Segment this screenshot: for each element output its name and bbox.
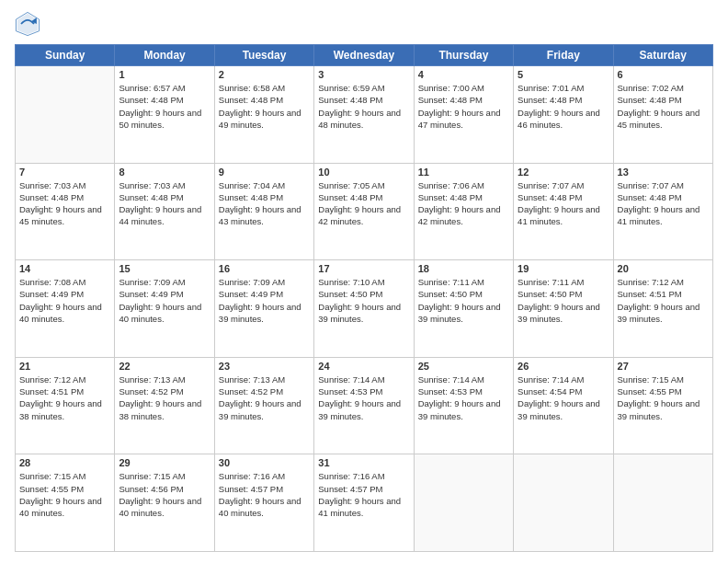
calendar-cell	[613, 454, 712, 552]
day-number: 16	[219, 263, 310, 274]
sunset-line: Sunset: 4:56 PM	[119, 483, 210, 495]
sunset-line: Sunset: 4:55 PM	[19, 483, 110, 495]
day-number: 14	[19, 263, 110, 274]
sunset-line: Sunset: 4:48 PM	[418, 94, 509, 106]
calendar-cell: 10 Sunrise: 7:05 AM Sunset: 4:48 PM Dayl…	[314, 163, 414, 260]
daylight-line: Daylight: 9 hours and 40 minutes.	[19, 301, 110, 326]
sunrise-line: Sunrise: 7:03 AM	[19, 179, 110, 191]
calendar-cell: 27 Sunrise: 7:15 AM Sunset: 4:55 PM Dayl…	[613, 357, 712, 454]
day-number: 5	[518, 69, 609, 80]
daylight-line: Daylight: 9 hours and 39 minutes.	[518, 397, 609, 422]
sunset-line: Sunset: 4:48 PM	[119, 191, 210, 203]
sunrise-line: Sunrise: 7:02 AM	[618, 82, 709, 94]
sunset-line: Sunset: 4:48 PM	[119, 94, 210, 106]
sunrise-line: Sunrise: 7:16 AM	[219, 470, 310, 482]
daylight-line: Daylight: 9 hours and 47 minutes.	[418, 107, 509, 132]
sunset-line: Sunset: 4:48 PM	[618, 94, 709, 106]
calendar-cell: 12 Sunrise: 7:07 AM Sunset: 4:48 PM Dayl…	[514, 163, 613, 260]
sunrise-line: Sunrise: 7:13 AM	[119, 373, 210, 385]
day-number: 30	[219, 457, 310, 468]
day-number: 31	[318, 457, 409, 468]
calendar-cell: 11 Sunrise: 7:06 AM Sunset: 4:48 PM Dayl…	[414, 163, 513, 260]
day-number: 12	[518, 167, 609, 178]
sunrise-line: Sunrise: 7:12 AM	[618, 276, 709, 288]
calendar-cell: 6 Sunrise: 7:02 AM Sunset: 4:48 PM Dayli…	[613, 66, 712, 164]
daylight-line: Daylight: 9 hours and 39 minutes.	[518, 301, 609, 326]
daylight-line: Daylight: 9 hours and 48 minutes.	[318, 107, 409, 132]
sunrise-line: Sunrise: 6:59 AM	[318, 82, 409, 94]
daylight-line: Daylight: 9 hours and 41 minutes.	[618, 203, 709, 228]
daylight-line: Daylight: 9 hours and 40 minutes.	[119, 495, 210, 520]
daylight-line: Daylight: 9 hours and 43 minutes.	[219, 203, 310, 228]
header	[15, 11, 713, 37]
calendar-cell: 23 Sunrise: 7:13 AM Sunset: 4:52 PM Dayl…	[214, 357, 313, 454]
daylight-line: Daylight: 9 hours and 39 minutes.	[418, 397, 509, 422]
day-header-sunday: Sunday	[16, 45, 115, 66]
day-number: 25	[418, 361, 509, 372]
sunrise-line: Sunrise: 7:09 AM	[219, 276, 310, 288]
sunset-line: Sunset: 4:48 PM	[418, 191, 509, 203]
sunrise-line: Sunrise: 7:04 AM	[219, 179, 310, 191]
day-number: 4	[418, 69, 509, 80]
sunrise-line: Sunrise: 7:16 AM	[318, 470, 409, 482]
sunrise-line: Sunrise: 7:15 AM	[19, 470, 110, 482]
daylight-line: Daylight: 9 hours and 44 minutes.	[119, 203, 210, 228]
daylight-line: Daylight: 9 hours and 39 minutes.	[618, 301, 709, 326]
calendar-cell: 19 Sunrise: 7:11 AM Sunset: 4:50 PM Dayl…	[514, 260, 613, 358]
daylight-line: Daylight: 9 hours and 49 minutes.	[219, 107, 310, 132]
day-number: 23	[219, 361, 310, 372]
sunrise-line: Sunrise: 6:57 AM	[119, 82, 210, 94]
sunset-line: Sunset: 4:51 PM	[618, 288, 709, 300]
calendar-cell: 3 Sunrise: 6:59 AM Sunset: 4:48 PM Dayli…	[314, 66, 414, 164]
day-number: 24	[318, 361, 409, 372]
daylight-line: Daylight: 9 hours and 38 minutes.	[19, 397, 110, 422]
day-header-friday: Friday	[514, 45, 613, 66]
calendar-table: SundayMondayTuesdayWednesdayThursdayFrid…	[15, 44, 713, 552]
sunset-line: Sunset: 4:52 PM	[219, 385, 310, 397]
calendar-cell: 21 Sunrise: 7:12 AM Sunset: 4:51 PM Dayl…	[16, 357, 115, 454]
sunrise-line: Sunrise: 7:00 AM	[418, 82, 509, 94]
sunrise-line: Sunrise: 7:13 AM	[219, 373, 310, 385]
sunset-line: Sunset: 4:48 PM	[518, 94, 609, 106]
day-header-wednesday: Wednesday	[314, 45, 414, 66]
sunset-line: Sunset: 4:48 PM	[318, 191, 409, 203]
page: SundayMondayTuesdayWednesdayThursdayFrid…	[0, 0, 728, 563]
sunrise-line: Sunrise: 7:01 AM	[518, 82, 609, 94]
daylight-line: Daylight: 9 hours and 46 minutes.	[518, 107, 609, 132]
daylight-line: Daylight: 9 hours and 50 minutes.	[119, 107, 210, 132]
sunrise-line: Sunrise: 7:15 AM	[119, 470, 210, 482]
daylight-line: Daylight: 9 hours and 40 minutes.	[19, 495, 110, 520]
calendar-cell: 28 Sunrise: 7:15 AM Sunset: 4:55 PM Dayl…	[16, 454, 115, 552]
calendar-cell: 2 Sunrise: 6:58 AM Sunset: 4:48 PM Dayli…	[214, 66, 313, 164]
day-number: 20	[618, 263, 709, 274]
daylight-line: Daylight: 9 hours and 39 minutes.	[219, 301, 310, 326]
logo-icon	[15, 11, 40, 37]
day-number: 8	[119, 167, 210, 178]
daylight-line: Daylight: 9 hours and 41 minutes.	[318, 495, 409, 520]
sunset-line: Sunset: 4:52 PM	[119, 385, 210, 397]
sunrise-line: Sunrise: 7:14 AM	[418, 373, 509, 385]
day-number: 6	[618, 69, 709, 80]
day-number: 1	[119, 69, 210, 80]
calendar-cell: 30 Sunrise: 7:16 AM Sunset: 4:57 PM Dayl…	[214, 454, 313, 552]
daylight-line: Daylight: 9 hours and 42 minutes.	[418, 203, 509, 228]
calendar-cell: 8 Sunrise: 7:03 AM Sunset: 4:48 PM Dayli…	[115, 163, 214, 260]
day-header-tuesday: Tuesday	[214, 45, 313, 66]
sunrise-line: Sunrise: 6:58 AM	[219, 82, 310, 94]
sunset-line: Sunset: 4:53 PM	[418, 385, 509, 397]
calendar-cell: 24 Sunrise: 7:14 AM Sunset: 4:53 PM Dayl…	[314, 357, 414, 454]
sunrise-line: Sunrise: 7:10 AM	[318, 276, 409, 288]
logo	[15, 11, 44, 37]
day-number: 15	[119, 263, 210, 274]
sunrise-line: Sunrise: 7:08 AM	[19, 276, 110, 288]
sunrise-line: Sunrise: 7:11 AM	[418, 276, 509, 288]
calendar-cell: 4 Sunrise: 7:00 AM Sunset: 4:48 PM Dayli…	[414, 66, 513, 164]
sunrise-line: Sunrise: 7:07 AM	[618, 179, 709, 191]
daylight-line: Daylight: 9 hours and 41 minutes.	[518, 203, 609, 228]
calendar-cell: 17 Sunrise: 7:10 AM Sunset: 4:50 PM Dayl…	[314, 260, 414, 358]
calendar-cell: 16 Sunrise: 7:09 AM Sunset: 4:49 PM Dayl…	[214, 260, 313, 358]
day-header-monday: Monday	[115, 45, 214, 66]
sunset-line: Sunset: 4:54 PM	[518, 385, 609, 397]
calendar-cell: 26 Sunrise: 7:14 AM Sunset: 4:54 PM Dayl…	[514, 357, 613, 454]
daylight-line: Daylight: 9 hours and 39 minutes.	[418, 301, 509, 326]
